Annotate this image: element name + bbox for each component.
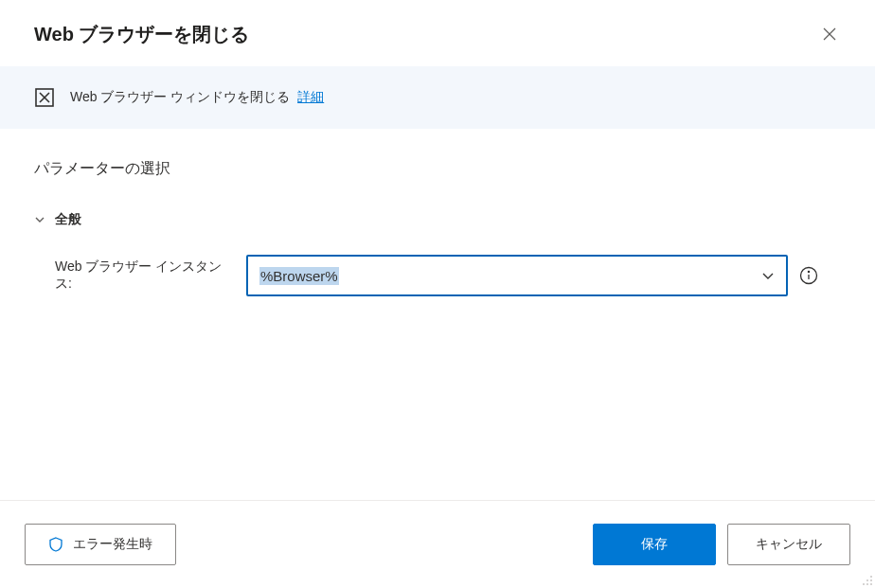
on-error-label: エラー発生時 — [73, 536, 152, 553]
dropdown-value: %Browser% — [259, 267, 339, 285]
info-icon[interactable] — [799, 266, 818, 285]
chevron-down-icon — [761, 269, 775, 282]
banner-text: Web ブラウザー ウィンドウを閉じる — [70, 89, 290, 104]
form-row-browser-instance: Web ブラウザー インスタンス: %Browser% — [34, 255, 841, 296]
footer-right: 保存 キャンセル — [593, 524, 850, 565]
details-link[interactable]: 詳細 — [297, 89, 324, 104]
close-icon — [822, 27, 837, 42]
svg-point-11 — [863, 583, 865, 585]
info-banner: Web ブラウザー ウィンドウを閉じる 詳細 — [0, 66, 875, 129]
dialog-footer: エラー発生時 保存 キャンセル — [0, 500, 875, 588]
dialog-header: Web ブラウザーを閉じる — [0, 0, 875, 66]
browser-instance-dropdown[interactable]: %Browser% — [246, 255, 788, 296]
dialog-title: Web ブラウザーを閉じる — [34, 22, 249, 47]
shield-icon — [48, 537, 63, 552]
close-window-icon — [34, 87, 55, 108]
on-error-button[interactable]: エラー発生時 — [25, 524, 176, 565]
svg-point-12 — [866, 583, 868, 585]
group-title: 全般 — [55, 211, 81, 228]
save-button[interactable]: 保存 — [593, 524, 716, 565]
svg-point-8 — [870, 576, 872, 578]
content-area: パラメーターの選択 全般 Web ブラウザー インスタンス: %Browser% — [0, 129, 875, 296]
resize-grip-icon[interactable] — [860, 573, 873, 586]
cancel-button[interactable]: キャンセル — [727, 524, 850, 565]
chevron-down-icon — [34, 214, 45, 225]
browser-instance-label: Web ブラウザー インスタンス: — [55, 258, 235, 293]
group-header-general[interactable]: 全般 — [34, 211, 841, 228]
svg-point-10 — [870, 579, 872, 581]
svg-point-7 — [808, 271, 809, 272]
cancel-label: キャンセル — [756, 536, 822, 553]
banner-text-wrapper: Web ブラウザー ウィンドウを閉じる 詳細 — [70, 89, 324, 106]
footer-left: エラー発生時 — [25, 524, 176, 565]
svg-point-9 — [866, 579, 868, 581]
close-button[interactable] — [814, 19, 845, 49]
svg-point-13 — [870, 583, 872, 585]
save-label: 保存 — [641, 536, 668, 553]
section-title: パラメーターの選択 — [34, 159, 841, 179]
